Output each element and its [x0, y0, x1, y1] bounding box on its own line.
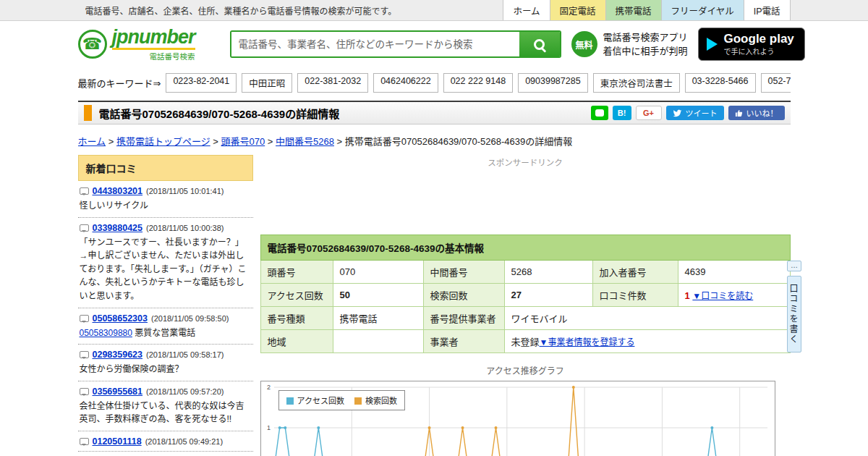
breadcrumb: ホーム > 携帯電話トップページ > 頭番号070 > 中間番号5268 > 携…	[78, 134, 791, 148]
read-reviews-link[interactable]: ▼口コミを読む	[692, 291, 753, 301]
nav-item[interactable]: IP電話	[744, 0, 791, 20]
table-row: 頭番号 070 中間番号 5268 加入者番号 4639	[260, 261, 790, 284]
thumb-up-icon	[735, 109, 743, 117]
facebook-like-button[interactable]: いいね！	[728, 106, 785, 120]
gp-line1: Google play	[724, 32, 794, 46]
review-timestamp: (2018/11/05 09:49:21)	[145, 437, 223, 446]
svg-text:2: 2	[266, 384, 270, 391]
review-comment: 「サンユースですー、社長いますかー？」→申し訳ございません、ただいまは外出してお…	[80, 236, 252, 303]
access-count: 50	[333, 284, 423, 307]
page-title: 電話番号07052684639/070-5268-4639の詳細情報	[99, 106, 584, 121]
basic-info-table: 電話番号07052684639/070-5268-4639の基本情報 頭番号 0…	[260, 235, 791, 353]
nav-item[interactable]: 携帯電話	[605, 0, 661, 20]
review-comment-link[interactable]: 05058309880	[80, 328, 132, 338]
title-bar: 電話番号07052684639/070-5268-4639の詳細情報 B! G+…	[78, 101, 791, 124]
chart-legend: アクセス回数検索回数	[278, 390, 405, 410]
info-label: 番号種類	[260, 307, 333, 330]
review-item: 0443803201(2018/11/05 10:01:41)怪しいリサイクル	[78, 181, 253, 218]
review-phone-link[interactable]: 0443803201	[93, 186, 143, 196]
sponsored-label: スポンサードリンク	[260, 156, 791, 168]
register-business-link[interactable]: ▼事業者情報を登録する	[540, 337, 635, 347]
review-count-cell: 1 ▼口コミを読む	[678, 284, 790, 307]
keyword-link[interactable]: 022 222 9148	[443, 73, 513, 93]
nav-item[interactable]: フリーダイヤル	[661, 0, 744, 20]
legend-swatch	[354, 397, 362, 405]
keyword-link[interactable]: 03-3228-5466	[685, 73, 756, 93]
keyword-link[interactable]: 中田正昭	[242, 73, 292, 93]
keyword-link[interactable]: 052-753-3553	[761, 73, 791, 93]
keyword-bar: 最新のキーワード⇒ 0223-82-2041中田正昭022-381-203204…	[78, 72, 791, 93]
comment-bubble-icon	[80, 315, 89, 322]
top-strip: 電話番号、店舗名、企業名、住所、業種名から電話番号情報の検索が可能です。 ホーム…	[0, 0, 868, 21]
review-timestamp: (2018/11/05 09:57:20)	[146, 387, 224, 396]
side-widget: … 口コミを書く	[787, 261, 801, 352]
info-label: アクセス回数	[260, 284, 333, 307]
site-logo[interactable]: ☎ jpnumber 電話番号検索	[78, 28, 220, 62]
info-label: 頭番号	[260, 261, 333, 284]
play-triangle-icon	[707, 38, 718, 51]
google-plus-button[interactable]: G+	[636, 106, 662, 120]
keyword-link[interactable]: 022-381-2032	[297, 73, 368, 93]
info-value: 携帯電話	[333, 307, 423, 330]
site-tagline: 電話番号、店舗名、企業名、住所、業種名から電話番号情報の検索が可能です。	[78, 4, 397, 17]
breadcrumb-current: 携帯電話番号07052684639/070-5268-4639の詳細情報	[345, 136, 572, 147]
breadcrumb-separator: >	[334, 136, 345, 147]
review-phone-link[interactable]: 0339880425	[93, 223, 143, 233]
write-review-tab[interactable]: 口コミを書く	[787, 276, 801, 352]
sidebar: 新着口コミ 0443803201(2018/11/05 10:01:41)怪しい…	[78, 155, 253, 452]
main-content: スポンサードリンク 電話番号07052684639/070-5268-4639の…	[260, 155, 791, 456]
widget-dots[interactable]: …	[787, 261, 801, 271]
review-phone-link[interactable]: 0356955681	[93, 387, 143, 397]
app-promo[interactable]: 無料 電話番号検索アプリ 着信中に相手が判明	[571, 30, 688, 59]
keyword-list: 0223-82-2041中田正昭022-381-2032046240622202…	[166, 73, 790, 93]
gp-line2: で手に入れよう	[724, 46, 794, 56]
comment-bubble-icon	[80, 187, 89, 195]
top-nav: ホーム固定電話携帯電話フリーダイヤルIP電話	[503, 0, 790, 20]
review-phone-link[interactable]: 05058652303	[93, 313, 148, 324]
breadcrumb-separator: >	[210, 136, 221, 147]
breadcrumb-link[interactable]: 携帯電話トップページ	[116, 136, 210, 147]
breadcrumb-link[interactable]: ホーム	[78, 136, 106, 147]
chart-title: アクセス推移グラフ	[260, 364, 791, 376]
google-play-badge[interactable]: Google play で手に入れよう	[698, 28, 805, 61]
info-value: 070	[333, 261, 423, 284]
table-row: 番号種類 携帯電話 番号提供事業者 ワイモバイル	[260, 307, 790, 330]
carrier-value: ワイモバイル	[504, 307, 790, 330]
title-accent-block	[84, 105, 92, 121]
comment-bubble-icon	[80, 438, 89, 445]
nav-item[interactable]: ホーム	[503, 0, 549, 20]
keyword-link[interactable]: 09039987285	[518, 73, 587, 93]
review-list: 0443803201(2018/11/05 10:01:41)怪しいリサイクル0…	[78, 181, 253, 452]
legend-item: 検索回数	[354, 394, 397, 406]
review-comment: 怪しいリサイクル	[80, 199, 252, 213]
review-phone-link[interactable]: 0120501118	[93, 436, 142, 447]
hatena-button[interactable]: B!	[613, 106, 631, 120]
keyword-link[interactable]: 0462406222	[373, 73, 438, 93]
logo-wordmark: jpnumber	[112, 28, 195, 50]
phone-logo-icon: ☎	[78, 30, 107, 59]
review-timestamp: (2018/11/05 10:01:41)	[146, 187, 224, 195]
legend-swatch	[286, 397, 294, 405]
keyword-link[interactable]: 東京渋谷司法書士	[593, 73, 680, 93]
comment-bubble-icon	[80, 224, 89, 232]
search-button[interactable]	[519, 32, 560, 56]
keyword-label: 最新のキーワード⇒	[78, 76, 161, 90]
nav-item[interactable]: 固定電話	[550, 0, 605, 20]
keyword-link[interactable]: 0223-82-2041	[166, 73, 237, 93]
business-status: 未登録	[511, 337, 540, 347]
review-timestamp: (2018/11/05 09:58:17)	[146, 350, 224, 359]
search-input[interactable]	[231, 32, 519, 56]
search-icon	[534, 39, 545, 50]
comment-bubble-icon	[80, 388, 89, 395]
review-phone-link[interactable]: 0298359623	[93, 350, 143, 360]
table-row: アクセス回数 50 検索回数 27 口コミ件数 1 ▼口コミを読む	[260, 284, 790, 307]
info-label: 中間番号	[423, 261, 504, 284]
sidebar-title: 新着口コミ	[78, 155, 253, 181]
search-count: 27	[504, 284, 592, 307]
breadcrumb-link[interactable]: 頭番号070	[221, 136, 265, 147]
legend-item: アクセス回数	[286, 394, 344, 406]
line-share-button[interactable]	[591, 106, 608, 120]
info-label: 口コミ件数	[592, 284, 678, 307]
tweet-button[interactable]: ツイート	[666, 106, 724, 120]
breadcrumb-link[interactable]: 中間番号5268	[276, 136, 334, 147]
